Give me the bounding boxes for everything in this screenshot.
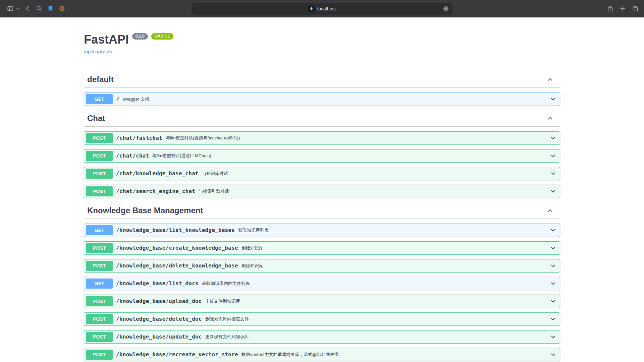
- method-badge: POST: [86, 151, 113, 161]
- operation-description: 获取知识库列表: [238, 227, 269, 233]
- operation-list: POST /chat/fastchat 与llm模型对话(直接与fastchat…: [84, 131, 560, 198]
- operation-row[interactable]: POST /chat/chat 与llm模型对话(通过LLMChain): [84, 149, 560, 163]
- search-icon: [36, 5, 43, 12]
- operation-description: 与知识库对话: [202, 171, 228, 177]
- operation-description: 删除知识库: [241, 263, 263, 269]
- sidebar-icon: [7, 5, 14, 12]
- browser-toolbar: localhost: [0, 0, 644, 17]
- operation-path: /knowledge_base/update_doc: [116, 334, 202, 340]
- section-title: Chat: [87, 114, 105, 123]
- chevron-down-icon: [16, 7, 20, 11]
- method-badge: POST: [86, 314, 113, 324]
- expand-operation-icon[interactable]: [550, 262, 556, 269]
- operation-row[interactable]: GET / swagger 文档: [84, 93, 560, 106]
- share-button[interactable]: [607, 5, 614, 12]
- expand-operation-icon[interactable]: [550, 96, 556, 103]
- expand-operation-icon[interactable]: [550, 280, 556, 287]
- sidebar-dropdown-button[interactable]: [16, 7, 20, 11]
- operation-description: 获取知识库内的文件列表: [202, 281, 250, 287]
- operation-path: /knowledge_base/delete_doc: [116, 316, 202, 322]
- section-header[interactable]: Chat: [84, 110, 560, 127]
- operation-path: /knowledge_base/upload_doc: [116, 298, 202, 304]
- operation-path: /chat/chat: [116, 153, 149, 159]
- expand-operation-icon[interactable]: [550, 245, 556, 251]
- search-button[interactable]: [36, 5, 43, 12]
- openapi-spec-link[interactable]: /openapi.json: [84, 49, 112, 54]
- operation-row[interactable]: POST /knowledge_base/create_knowledge_ba…: [84, 241, 560, 255]
- record-extension-icon: [58, 5, 65, 12]
- oas-badge: OAS 3.1: [151, 33, 173, 40]
- operation-path: /knowledge_base/list_knowledge_bases: [116, 227, 235, 233]
- method-badge: POST: [86, 243, 113, 253]
- bookmark-extension-icon: [47, 5, 54, 12]
- expand-operation-icon[interactable]: [550, 351, 556, 358]
- site-favicon-icon: [308, 6, 315, 12]
- operation-description: 创建知识库: [241, 245, 263, 251]
- method-badge: POST: [86, 332, 113, 342]
- collapse-section-icon: [547, 115, 553, 122]
- section-header[interactable]: default: [84, 71, 560, 88]
- expand-operation-icon[interactable]: [550, 298, 556, 305]
- operation-row[interactable]: POST /knowledge_base/delete_knowledge_ba…: [84, 259, 560, 273]
- operation-row[interactable]: POST /chat/knowledge_base_chat 与知识库对话: [84, 167, 560, 180]
- expand-operation-icon[interactable]: [550, 135, 556, 141]
- method-badge: GET: [86, 279, 113, 289]
- section-header[interactable]: Knowledge Base Management: [84, 202, 560, 219]
- method-badge: POST: [86, 350, 113, 360]
- operation-row[interactable]: POST /chat/search_engine_chat 与搜索引擎对话: [84, 185, 560, 198]
- operation-path: /knowledge_base/delete_knowledge_base: [116, 262, 238, 269]
- operation-path: /chat/search_engine_chat: [116, 188, 195, 194]
- back-button[interactable]: [24, 5, 31, 12]
- page-title: FastAPI: [84, 33, 129, 46]
- expand-operation-icon[interactable]: [550, 170, 556, 177]
- api-info-block: FastAPI 0.1.0 OAS 3.1 /openapi.json: [84, 33, 560, 55]
- api-section: Chat POST /chat/fastchat 与llm模型对话(直接与fas…: [84, 110, 560, 198]
- plus-icon: [619, 5, 626, 12]
- chevron-left-icon: [24, 5, 31, 12]
- expand-operation-icon[interactable]: [550, 316, 556, 322]
- operation-description: 根据content中文档重建向量库，流式输出处理进度。: [241, 352, 343, 358]
- swagger-page: FastAPI 0.1.0 OAS 3.1 /openapi.json defa…: [84, 17, 560, 361]
- operation-row[interactable]: GET /knowledge_base/list_docs 获取知识库内的文件列…: [84, 277, 560, 290]
- ellipsis-circle-icon: [442, 5, 449, 12]
- operation-description: swagger 文档: [123, 96, 149, 102]
- collapse-section-icon: [547, 76, 553, 83]
- operation-description: 删除知识库内指定文件: [205, 316, 249, 322]
- expand-operation-icon[interactable]: [550, 153, 556, 159]
- page-settings-button[interactable]: [442, 5, 449, 12]
- api-section: default GET / swagger 文档: [84, 71, 560, 106]
- operation-path: /: [116, 96, 119, 102]
- toolbar-right-group: [607, 5, 639, 12]
- operation-path: /knowledge_base/create_knowledge_base: [116, 245, 238, 251]
- new-tab-button[interactable]: [619, 5, 626, 12]
- section-title: default: [87, 75, 114, 84]
- page-title-row: FastAPI 0.1.0 OAS 3.1: [84, 33, 560, 46]
- expand-operation-icon[interactable]: [550, 227, 556, 234]
- tab-overview-button[interactable]: [632, 5, 639, 12]
- sidebar-toggle-button[interactable]: [7, 5, 14, 12]
- operation-path: /knowledge_base/list_docs: [116, 280, 199, 287]
- operation-row[interactable]: POST /knowledge_base/recreate_vector_sto…: [84, 348, 560, 361]
- operation-row[interactable]: POST /chat/fastchat 与llm模型对话(直接与fastchat…: [84, 131, 560, 145]
- extension-record-button[interactable]: [58, 5, 65, 12]
- method-badge: GET: [86, 94, 113, 104]
- collapse-section-icon: [547, 207, 553, 214]
- operation-list: GET / swagger 文档: [84, 93, 560, 106]
- share-icon: [607, 5, 614, 12]
- expand-operation-icon[interactable]: [550, 188, 556, 195]
- expand-operation-icon[interactable]: [550, 334, 556, 340]
- operation-row[interactable]: POST /knowledge_base/delete_doc 删除知识库内指定…: [84, 312, 560, 326]
- section-title: Knowledge Base Management: [87, 206, 203, 215]
- operation-row[interactable]: POST /knowledge_base/upload_doc 上传文件到知识库: [84, 295, 560, 308]
- operation-row[interactable]: GET /knowledge_base/list_knowledge_bases…: [84, 224, 560, 237]
- operation-path: /knowledge_base/recreate_vector_store: [116, 351, 238, 358]
- extension-bookmark-button[interactable]: [47, 5, 54, 12]
- operation-path: /chat/knowledge_base_chat: [116, 170, 199, 177]
- method-badge: POST: [86, 261, 113, 271]
- operation-description: 与llm模型对话(直接与fastchat api对话): [166, 135, 240, 141]
- url-text: localhost: [317, 6, 336, 11]
- method-badge: GET: [86, 225, 113, 235]
- operation-row[interactable]: POST /knowledge_base/update_doc 更新现有文件到知…: [84, 330, 560, 344]
- method-badge: POST: [86, 133, 113, 143]
- address-bar[interactable]: localhost: [192, 3, 452, 15]
